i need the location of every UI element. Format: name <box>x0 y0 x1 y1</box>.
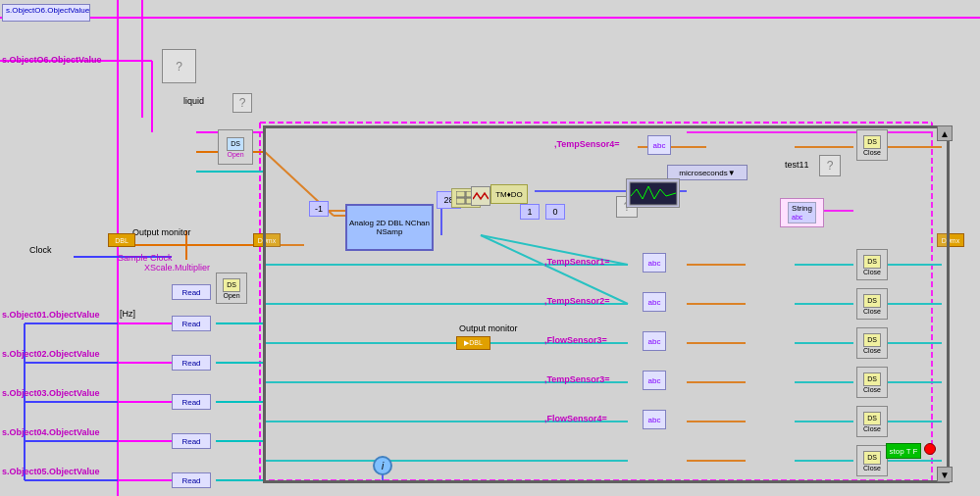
ds-close-temp4[interactable]: DS Close <box>856 129 888 161</box>
ds-close-2[interactable]: DS Close <box>856 288 888 320</box>
read-block-2[interactable]: Read <box>172 355 211 371</box>
canvas: s.ObjectO6.ObjectValue s.Object01.Object… <box>0 0 980 496</box>
xscale-label: XScale.Multiplier <box>144 263 210 273</box>
scroll-up-arrow[interactable]: ▲ <box>937 125 953 141</box>
obj03-label: s.Object03.ObjectValue <box>2 388 100 398</box>
ds-close-4[interactable]: DS Close <box>856 367 888 398</box>
output-monitor-label: Output monitor <box>132 227 191 237</box>
read-block-top[interactable]: Read <box>172 284 211 300</box>
one-block: 1 <box>520 204 540 220</box>
temp-sensor2-label: ,TempSensor2= <box>544 296 610 306</box>
abc-sensor1: abc <box>643 253 666 273</box>
temp-sensor3-label: ,TempSensor3= <box>544 374 610 384</box>
temp-sensor1-label: ,TempSensor1= <box>544 257 610 267</box>
http-label: s.ObjectO6.ObjectValue <box>2 4 90 22</box>
time-block: TM♦DO <box>490 184 528 204</box>
liquid-label: liquid <box>183 96 204 106</box>
svg-rect-77 <box>630 182 677 205</box>
minus1-block: -1 <box>309 201 329 217</box>
http-text: s.ObjectO6.ObjectValue <box>6 6 89 15</box>
question-block-top: ? <box>162 49 196 83</box>
obj06-label: s.ObjectO6.ObjectValue <box>2 55 102 65</box>
flow-sensor3-label: ,FlowSensor3= <box>544 335 607 345</box>
svg-rect-73 <box>456 191 465 197</box>
dbl-monitor2: ▶DBL <box>456 336 490 350</box>
question-block-test11: ? <box>819 155 841 176</box>
obj05-label: s.Object05.ObjectValue <box>2 467 100 476</box>
test11-label: test11 <box>785 160 809 170</box>
flow-sensor4-label: ,FlowSensor4= <box>544 414 607 423</box>
read-block-1[interactable]: Read <box>172 316 211 331</box>
abc-flow3: abc <box>643 331 666 351</box>
obj04-label: s.Object04.ObjectValue <box>2 427 100 437</box>
question-block-liquid: ? <box>232 93 252 113</box>
sample-clock-label: Sample Clock <box>118 253 173 263</box>
abc-flow4: abc <box>643 410 666 429</box>
iteration-icon: i <box>373 456 392 475</box>
abc-temp4: abc <box>647 135 671 155</box>
waveform-icon <box>471 186 490 206</box>
svg-rect-75 <box>456 198 465 204</box>
obj01-label: s.Object01.ObjectValue <box>2 310 100 320</box>
ds-open-top[interactable]: DS Open <box>216 273 247 304</box>
clock-label: Clock <box>29 245 52 255</box>
analog-2d-block: Analog 2D DBL NChan NSamp <box>345 204 434 251</box>
string-block: String abc <box>780 198 824 227</box>
abc-sensor2: abc <box>643 292 666 312</box>
read-block-4[interactable]: Read <box>172 433 211 449</box>
read-block-5[interactable]: Read <box>172 472 211 488</box>
zero2-block: 0 <box>545 204 565 220</box>
read-block-3[interactable]: Read <box>172 394 211 410</box>
hz-label: [Hz] <box>120 309 135 319</box>
stop-red-dot[interactable] <box>924 443 936 455</box>
dbl-indicator: DBL <box>108 233 135 247</box>
ds-close-5[interactable]: DS Close <box>856 406 888 437</box>
ds-close-3[interactable]: DS Close <box>856 327 888 359</box>
abc-temp3: abc <box>643 371 666 390</box>
obj02-label: s.Object02.ObjectValue <box>2 349 100 359</box>
display-block <box>626 178 680 208</box>
stop-block[interactable]: stop T F <box>886 443 921 459</box>
ds-close-6[interactable]: DS Close <box>856 445 888 476</box>
scroll-down-arrow[interactable]: ▼ <box>937 467 953 482</box>
temp-sensor4-label: ,TempSensor4= <box>554 139 620 149</box>
output-monitor2-label: Output monitor <box>459 323 518 333</box>
ds-open-before-frame[interactable]: DS Open <box>218 129 253 165</box>
ds-close-1[interactable]: DS Close <box>856 249 888 280</box>
